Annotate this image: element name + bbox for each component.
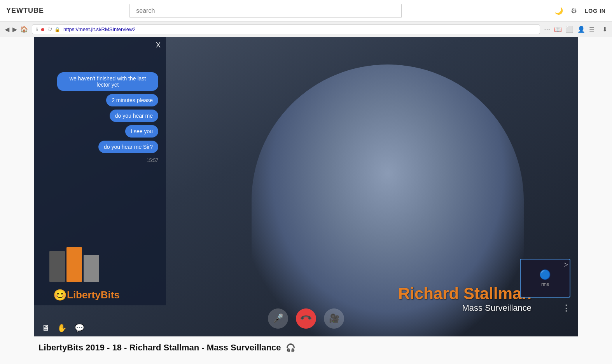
browser-bar: ◀ ▶ 🏠 ℹ ⏺ 🛡 🔒 https://meet.jit.si/RMSInt… [0,22,612,37]
raise-hand-icon[interactable]: ✋ [57,323,67,333]
chat-message-2: 2 minutes please [106,94,158,106]
logo-orange-text: Bits [101,289,120,301]
pip-label: rms [541,282,549,287]
mic-icon: 🎤 [273,313,283,324]
logo-white-text: Liberty [67,289,101,301]
logo-smiley-icon: 😊 [53,289,67,301]
reader-icon[interactable]: 📖 [554,26,562,33]
back-icon[interactable]: ◀ [5,26,9,33]
chat-panel: X we haven't finished with the last lect… [34,37,166,305]
chat-message-4: I see you [125,125,158,138]
login-button[interactable]: LOG IN [585,8,606,14]
chat-message-1: we haven't finished with the last lector… [57,72,158,91]
pip-video[interactable]: 🔵 rms ▷ [520,259,570,298]
video-title: LibertyBits 2019 - 18 - Richard Stallman… [38,343,281,352]
record-icon: ⏺ [40,27,45,32]
mute-mic-button[interactable]: 🎤 [268,308,288,329]
call-bottom-left-controls: 🖥 ✋ 💬 [42,323,84,333]
video-title-bar: LibertyBits 2019 - 18 - Richard Stallman… [34,336,578,359]
site-logo[interactable]: YEWTUBE [6,7,44,15]
profile-icon[interactable]: 👤 [577,26,585,33]
person-name: Richard Stallman [398,284,532,303]
chat-message-5: do you hear me Sir? [98,141,158,153]
chat-message-3: do you hear me [110,110,158,122]
talk-title: Mass Surveillance [398,303,532,313]
home-icon[interactable]: 🏠 [20,26,28,33]
toggle-video-button[interactable]: 🎥 [324,308,344,329]
pip-status-icon: 🔵 [539,269,551,280]
logo-text: LibertyBits [67,289,120,301]
book-right [84,255,99,282]
search-input[interactable] [129,4,402,18]
video-icon: 🎥 [329,313,339,324]
search-wrap [129,4,402,18]
address-security-icons: ℹ ⏺ 🛡 🔒 [36,27,60,32]
more-icon[interactable]: ⋯ [544,26,550,33]
menu-icon[interactable]: ☰ [589,26,595,33]
shield-icon: 🛡 [47,27,52,32]
book-left [49,251,65,282]
lock-icon: 🔒 [54,27,60,32]
hangup-button[interactable]: 📞 [296,308,316,329]
video-container: X we haven't finished with the last lect… [34,37,578,336]
nav-right: 🌙 ⚙ LOG IN [554,7,606,15]
book-center [66,247,82,282]
chat-close-button[interactable]: X [156,41,161,49]
call-controls: 🎤 📞 🎥 [268,308,344,329]
name-overlay: Richard Stallman Mass Surveillance [398,284,532,313]
info-icon: ℹ [36,27,38,32]
chat-messages: we haven't finished with the last lector… [34,61,166,171]
url-display[interactable]: https://meet.jit.si/RMSInterview2 [63,26,536,32]
browser-right-icons: ⋯ 📖 ⬜ 👤 ☰ ⬇ [544,26,607,33]
download-icon[interactable]: ⬇ [602,26,607,33]
headphones-icon: 🎧 [286,343,296,352]
libertybits-logo: 😊 LibertyBits [53,289,120,301]
tab-icon[interactable]: ⬜ [566,26,574,33]
moon-icon[interactable]: 🌙 [554,7,563,15]
address-bar[interactable]: ℹ ⏺ 🛡 🔒 https://meet.jit.si/RMSInterview… [32,24,540,34]
gear-icon[interactable]: ⚙ [571,7,577,15]
forward-icon[interactable]: ▶ [12,26,17,33]
pip-expand-icon[interactable]: ▷ [564,261,568,267]
screen-share-icon[interactable]: 🖥 [42,324,49,333]
top-nav: YEWTUBE 🌙 ⚙ LOG IN [0,0,612,22]
books-graphic [49,247,99,282]
chat-timestamp: 15:57 [147,158,158,163]
more-options-button[interactable]: ⋮ [562,303,570,313]
hangup-icon: 📞 [299,312,313,326]
chat-toggle-icon[interactable]: 💬 [75,323,84,333]
browser-nav: ◀ ▶ 🏠 [5,26,28,33]
